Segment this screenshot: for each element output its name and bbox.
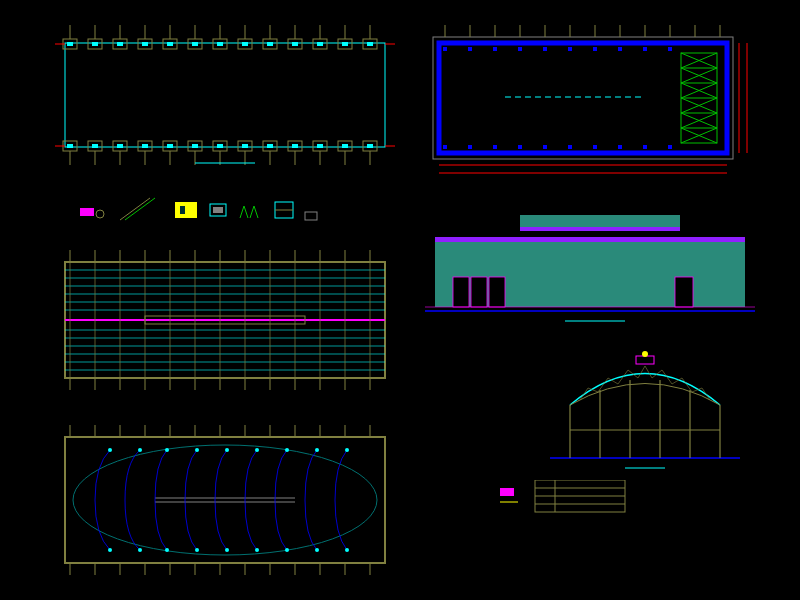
floor-plan: [425, 25, 755, 180]
svg-point-154: [138, 448, 142, 452]
svg-rect-259: [471, 277, 487, 307]
svg-rect-243: [668, 47, 672, 51]
svg-rect-241: [618, 47, 622, 51]
svg-rect-261: [675, 277, 693, 307]
svg-point-167: [255, 548, 259, 552]
svg-rect-91: [213, 207, 223, 213]
svg-point-164: [165, 548, 169, 552]
section: [550, 350, 740, 470]
svg-rect-260: [489, 277, 505, 307]
svg-rect-251: [618, 145, 622, 149]
svg-rect-88: [175, 202, 197, 218]
svg-rect-247: [518, 145, 522, 149]
svg-rect-245: [468, 145, 472, 149]
electrical-plan: [55, 425, 395, 575]
svg-rect-249: [568, 145, 572, 149]
svg-rect-252: [643, 145, 647, 149]
svg-rect-45: [192, 144, 198, 148]
svg-rect-236: [493, 47, 497, 51]
svg-rect-94: [305, 212, 317, 220]
svg-point-155: [165, 448, 169, 452]
svg-point-163: [138, 548, 142, 552]
svg-rect-257: [435, 237, 745, 242]
svg-rect-47: [242, 144, 248, 148]
svg-rect-46: [217, 144, 223, 148]
svg-rect-235: [468, 47, 472, 51]
svg-rect-36: [292, 42, 298, 46]
svg-rect-42: [117, 144, 123, 148]
legend: [500, 480, 680, 520]
svg-point-85: [96, 210, 104, 218]
svg-rect-242: [643, 47, 647, 51]
svg-point-162: [108, 548, 112, 552]
svg-rect-254: [520, 215, 680, 229]
svg-point-158: [255, 448, 259, 452]
svg-rect-51: [342, 144, 348, 148]
svg-point-161: [345, 448, 349, 452]
roof-framing-plan: [55, 250, 395, 390]
svg-rect-38: [342, 42, 348, 46]
svg-rect-32: [192, 42, 198, 46]
svg-rect-239: [568, 47, 572, 51]
svg-rect-240: [593, 47, 597, 51]
svg-rect-40: [67, 144, 73, 148]
svg-point-153: [108, 448, 112, 452]
svg-point-150: [73, 445, 377, 555]
svg-rect-287: [636, 356, 654, 364]
svg-rect-238: [543, 47, 547, 51]
svg-point-165: [195, 548, 199, 552]
svg-rect-43: [142, 144, 148, 148]
svg-rect-37: [317, 42, 323, 46]
svg-rect-44: [167, 144, 173, 148]
svg-point-157: [225, 448, 229, 452]
svg-rect-28: [92, 42, 98, 46]
svg-rect-255: [520, 227, 680, 231]
svg-point-170: [345, 548, 349, 552]
svg-rect-237: [518, 47, 522, 51]
svg-line-86: [120, 198, 150, 220]
svg-point-160: [315, 448, 319, 452]
details-strip: [80, 190, 360, 230]
foundation-plan: [55, 25, 395, 165]
svg-rect-34: [242, 42, 248, 46]
svg-rect-27: [67, 42, 73, 46]
svg-rect-89: [180, 206, 185, 214]
svg-rect-253: [668, 145, 672, 149]
svg-point-166: [225, 548, 229, 552]
svg-rect-41: [92, 144, 98, 148]
svg-rect-246: [493, 145, 497, 149]
svg-point-288: [642, 351, 648, 357]
svg-rect-31: [167, 42, 173, 46]
svg-rect-48: [267, 144, 273, 148]
front-elevation: [425, 215, 755, 325]
svg-rect-49: [292, 144, 298, 148]
svg-line-280: [645, 366, 652, 378]
svg-rect-234: [443, 47, 447, 51]
svg-point-168: [285, 548, 289, 552]
svg-line-279: [638, 366, 645, 378]
svg-rect-52: [367, 144, 373, 148]
svg-rect-29: [117, 42, 123, 46]
svg-point-156: [195, 448, 199, 452]
svg-point-159: [285, 448, 289, 452]
svg-point-169: [315, 548, 319, 552]
svg-rect-250: [593, 145, 597, 149]
svg-rect-0: [65, 43, 385, 147]
svg-rect-50: [317, 144, 323, 148]
svg-rect-258: [453, 277, 469, 307]
svg-rect-149: [65, 437, 385, 563]
svg-rect-33: [217, 42, 223, 46]
svg-line-87: [125, 198, 155, 220]
svg-rect-248: [543, 145, 547, 149]
svg-rect-35: [267, 42, 273, 46]
svg-rect-84: [80, 208, 94, 216]
svg-rect-30: [142, 42, 148, 46]
svg-rect-290: [500, 488, 514, 496]
svg-rect-39: [367, 42, 373, 46]
svg-rect-244: [443, 145, 447, 149]
